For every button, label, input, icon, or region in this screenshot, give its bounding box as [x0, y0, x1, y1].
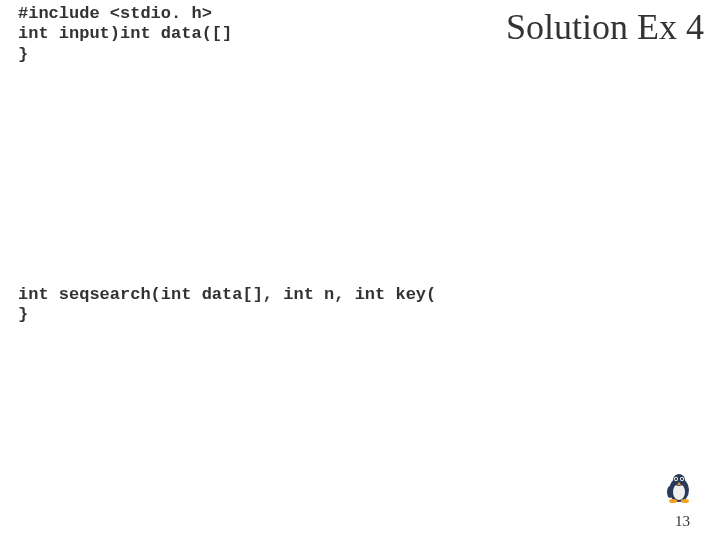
svg-point-9: [681, 499, 689, 503]
code-block-top: #include <stdio. h> int input)int data([…: [18, 4, 232, 65]
svg-point-6: [681, 478, 683, 480]
page-number: 13: [675, 513, 690, 530]
svg-point-10: [667, 486, 673, 498]
code-line: }: [18, 305, 436, 325]
code-line: int seqsearch(int data[], int n, int key…: [18, 285, 436, 305]
penguin-mascot-icon: [662, 470, 696, 504]
code-line: #include <stdio. h>: [18, 4, 232, 24]
slide-title: Solution Ex 4: [506, 6, 704, 48]
svg-point-5: [675, 478, 677, 480]
code-line: }: [18, 45, 232, 65]
code-block-middle: int seqsearch(int data[], int n, int key…: [18, 285, 436, 326]
svg-point-8: [669, 499, 677, 503]
svg-point-1: [673, 484, 685, 500]
code-line: int input)int data([]: [18, 24, 232, 44]
